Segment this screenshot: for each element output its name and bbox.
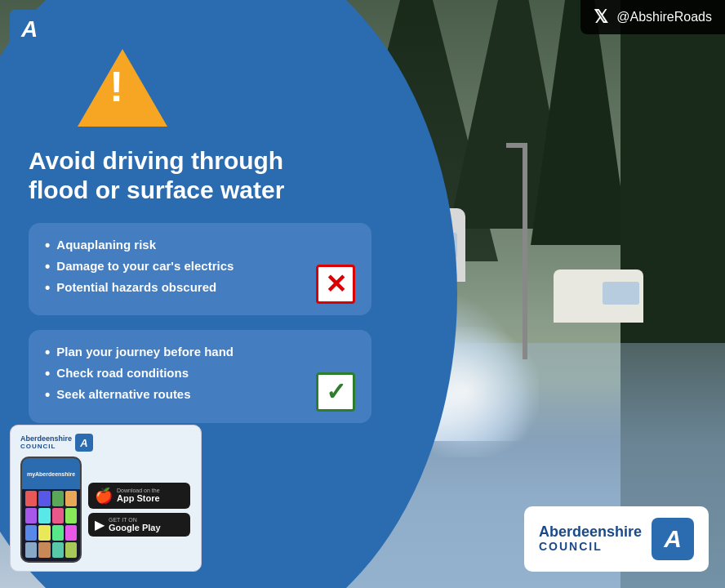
check-mark-symbol: ✓ [326, 380, 346, 404]
do-list: Plan your journey before hand Check road… [45, 345, 355, 403]
warning-icon-container [78, 49, 380, 130]
top-left-logo: A [10, 10, 49, 49]
council-name-line1: Aberdeenshire [539, 524, 642, 541]
app-store-sublabel: Download on the [117, 488, 160, 494]
app-section: Aberdeenshire COUNCIL A myAberdeenshire [10, 425, 202, 572]
do-item-3: Seek alternative routes [45, 387, 355, 403]
app-store-name: App Store [117, 493, 160, 503]
app-store-button[interactable]: 🍎 Download on the App Store [88, 483, 190, 509]
app-section-header: Aberdeenshire COUNCIL A [20, 434, 191, 452]
council-logo-a-large: A [652, 518, 694, 560]
do-box: Plan your journey before hand Check road… [29, 330, 371, 422]
council-name-text: Aberdeenshire COUNCIL [539, 524, 642, 553]
phone-mockup: myAberdeenshire [20, 457, 82, 563]
do-item-2: Check road conditions [45, 366, 355, 382]
dont-box: Aquaplaning risk Damage to your car's el… [29, 223, 371, 315]
dont-item-1: Aquaplaning risk [45, 238, 355, 254]
x-mark-symbol: ✕ [325, 271, 347, 297]
check-mark-icon: ✓ [316, 372, 355, 412]
x-twitter-icon: 𝕏 [594, 8, 608, 26]
warning-triangle-icon [78, 49, 167, 127]
app-brand-line2: COUNCIL [20, 443, 72, 451]
google-play-name: Google Play [109, 523, 161, 532]
heading-line2: flood or surface water [29, 176, 284, 203]
twitter-handle: @AbshireRoads [616, 10, 712, 24]
app-logo-icon: A [75, 434, 93, 452]
apple-icon: 🍎 [95, 487, 113, 505]
x-mark-icon: ✕ [316, 265, 355, 304]
google-play-sublabel: GET IT ON [109, 517, 161, 523]
heading-line1: Avoid driving through [29, 147, 283, 174]
google-play-button[interactable]: ▶ GET IT ON Google Play [88, 513, 190, 537]
council-name-line2: COUNCIL [539, 541, 642, 553]
google-play-icon: ▶ [95, 517, 105, 532]
dont-item-2: Damage to your car's electrics [45, 259, 355, 275]
do-item-1: Plan your journey before hand [45, 345, 355, 361]
dont-list: Aquaplaning risk Damage to your car's el… [45, 238, 355, 296]
page-container: Avoid driving through flood or surface w… [0, 0, 725, 588]
logo-letter-a: A [21, 18, 38, 41]
twitter-badge[interactable]: 𝕏 @AbshireRoads [580, 0, 725, 34]
dont-item-3: Potential hazards obscured [45, 280, 355, 296]
main-heading: Avoid driving through flood or surface w… [29, 146, 339, 205]
store-buttons: 🍎 Download on the App Store ▶ GET IT ON … [88, 483, 190, 537]
council-logo-bottom: Aberdeenshire COUNCIL A [524, 506, 709, 572]
